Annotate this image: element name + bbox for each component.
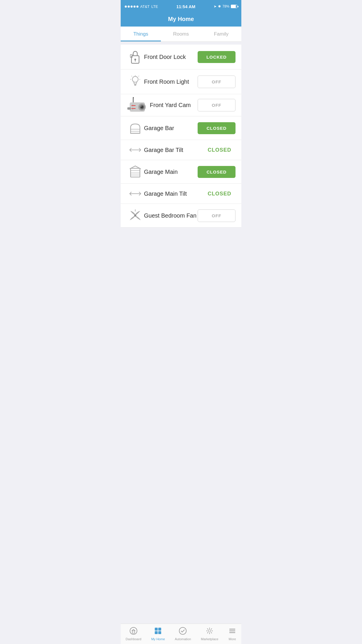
garage-main-icon <box>126 165 144 178</box>
svg-point-22 <box>132 106 133 108</box>
front-yard-cam-status[interactable]: OFF <box>198 99 236 111</box>
locked-button[interactable]: LOCKED <box>198 51 236 63</box>
tab-rooms[interactable]: Rooms <box>161 27 201 41</box>
svg-line-11 <box>138 76 139 76</box>
off-button[interactable]: OFF <box>198 99 236 111</box>
garage-bar-tilt-status: CLOSED <box>203 147 236 153</box>
battery-label: 78% <box>222 4 229 8</box>
off-button[interactable]: OFF <box>198 209 236 222</box>
carrier-label: AT&T <box>140 4 150 9</box>
fan-icon <box>126 209 144 222</box>
tab-bar: Things Rooms Family <box>121 27 241 42</box>
battery-icon <box>231 5 237 8</box>
guest-bedroom-fan-status[interactable]: OFF <box>198 209 236 222</box>
status-right: ➤ ✱ 78% <box>214 4 237 8</box>
garage-main-status[interactable]: CLOSED <box>198 166 236 178</box>
item-name-front-room-light: Front Room Light <box>144 78 198 85</box>
things-list: Front Door Lock LOCKED Front Room Light … <box>121 45 241 228</box>
closed-button[interactable]: CLOSED <box>198 122 236 134</box>
off-button[interactable]: OFF <box>198 76 236 88</box>
tilt-sensor-icon <box>126 145 144 155</box>
svg-line-10 <box>131 76 132 76</box>
signal-dots <box>125 6 138 8</box>
garage-bar-status[interactable]: CLOSED <box>198 122 236 134</box>
list-item: Garage Bar CLOSED <box>121 116 241 140</box>
svg-point-21 <box>132 104 133 105</box>
item-name-front-yard-cam: Front Yard Cam <box>150 102 198 108</box>
front-room-light-status[interactable]: OFF <box>198 76 236 88</box>
camera-icon <box>126 97 150 113</box>
light-bulb-icon <box>126 75 144 89</box>
closed-button[interactable]: CLOSED <box>198 166 236 178</box>
svg-point-19 <box>140 106 141 107</box>
tilt-sensor2-icon <box>126 189 144 198</box>
page-title: My Home <box>168 16 194 22</box>
item-name-guest-bedroom-fan: Guest Bedroom Fan <box>144 212 198 219</box>
garage-main-tilt-status: CLOSED <box>203 191 236 197</box>
item-name-garage-main: Garage Main <box>144 169 198 175</box>
svg-point-1 <box>134 59 136 60</box>
list-item: Garage Main CLOSED <box>121 160 241 184</box>
item-name-garage-main-tilt: Garage Main Tilt <box>144 190 203 197</box>
location-icon: ➤ <box>214 4 217 8</box>
status-time: 11:54 AM <box>176 4 195 9</box>
bluetooth-icon: ✱ <box>218 4 221 8</box>
svg-rect-20 <box>127 107 131 110</box>
closed-text: CLOSED <box>208 191 231 197</box>
status-left: AT&T LTE <box>125 4 158 9</box>
closed-text: CLOSED <box>208 147 231 153</box>
svg-point-4 <box>132 76 138 82</box>
tab-family[interactable]: Family <box>201 27 241 41</box>
door-lock-icon <box>126 50 144 64</box>
list-item: Front Yard Cam OFF <box>121 94 241 116</box>
svg-point-38 <box>134 215 136 216</box>
list-item: Garage Bar Tilt CLOSED <box>121 140 241 160</box>
garage-icon <box>126 122 144 134</box>
network-label: LTE <box>151 4 158 9</box>
item-name-garage-bar: Garage Bar <box>144 125 198 132</box>
app-header: My Home <box>121 13 241 27</box>
svg-point-23 <box>132 109 133 110</box>
status-bar: AT&T LTE 11:54 AM ➤ ✱ 78% <box>121 0 241 13</box>
tab-things[interactable]: Things <box>121 27 161 41</box>
list-item: Guest Bedroom Fan OFF <box>121 204 241 228</box>
list-item: Front Room Light OFF <box>121 69 241 94</box>
svg-rect-32 <box>131 168 140 177</box>
list-item: Front Door Lock LOCKED <box>121 45 241 69</box>
item-name-front-door-lock: Front Door Lock <box>144 54 198 60</box>
front-door-lock-status[interactable]: LOCKED <box>198 51 236 63</box>
list-item: Garage Main Tilt CLOSED <box>121 184 241 204</box>
item-name-garage-bar-tilt: Garage Bar Tilt <box>144 147 203 153</box>
